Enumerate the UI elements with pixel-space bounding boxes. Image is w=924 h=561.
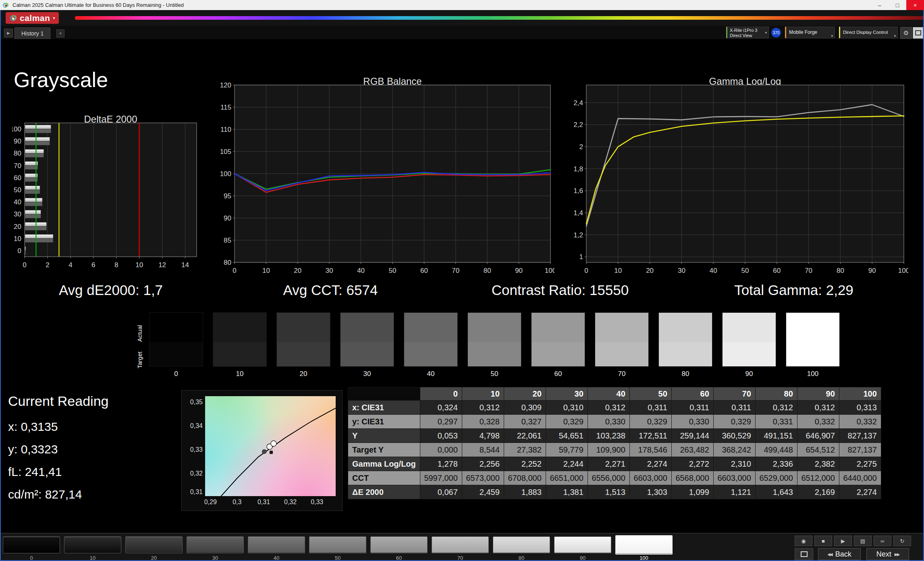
rewind-icon: ◀◀: [827, 552, 832, 557]
table-cell: 1,513: [588, 485, 629, 499]
back-button[interactable]: ◀◀ Back: [818, 548, 861, 560]
table-cell: 0,330: [671, 415, 713, 429]
pattern-button-40[interactable]: [248, 536, 305, 553]
gamma-chart: 11,21,41,61,822,22,401020304050607080901…: [568, 81, 908, 277]
titlebar: Calman 2025 Calman Ultimate for Business…: [0, 0, 924, 10]
tick-label: 40: [14, 198, 21, 206]
pattern-button-30[interactable]: [187, 536, 244, 553]
grayscale-swatch-70: [595, 312, 649, 367]
swatch-target: [723, 342, 776, 366]
table-cell: 2,274: [839, 485, 881, 499]
window-edge-left: [0, 10, 1, 561]
swatch-level-label: 90: [722, 370, 776, 378]
table-cell: 103,238: [588, 429, 629, 443]
actual-label: Actual: [136, 325, 143, 342]
pattern-button-20[interactable]: [125, 536, 183, 553]
tick-label: 30: [678, 267, 685, 274]
swatch-target: [786, 342, 839, 366]
deltae-bar-target: [25, 214, 41, 218]
grayscale-swatch-60: [531, 312, 585, 367]
source-selector[interactable]: Mobile Forge ▾: [785, 27, 835, 38]
pattern-window-button[interactable]: [795, 548, 813, 560]
deltae-bar-actual: [25, 198, 42, 202]
table-cell: 2,169: [797, 485, 839, 499]
tick-label: 100: [545, 267, 554, 274]
swatch-target: [213, 342, 266, 366]
swatch-actual: [404, 313, 457, 342]
window-title: Calman 2025 Calman Ultimate for Business…: [12, 2, 184, 8]
swatch-target: [532, 342, 585, 366]
pattern-button-70[interactable]: [432, 536, 489, 553]
meter-selector[interactable]: X-Rite i1Pro 3 Direct View ▾: [726, 27, 769, 38]
table-cell: 6603,000: [713, 471, 755, 485]
table-cell: 646,907: [797, 429, 839, 443]
reading-fl: fL: 241,41: [8, 465, 62, 479]
panel-toggle-button[interactable]: [913, 27, 923, 39]
tick-label: 20: [646, 267, 654, 274]
continuous-button[interactable]: ∞: [874, 536, 891, 546]
pattern-button-100[interactable]: [615, 535, 673, 555]
table-cell: 2,336: [755, 457, 797, 471]
tick-label: 0: [18, 247, 21, 255]
cie-x-tick: 0,31: [255, 499, 272, 506]
table-cell: 0,324: [420, 401, 462, 415]
minimize-button[interactable]: –: [871, 0, 889, 10]
pattern-button-60[interactable]: [370, 536, 428, 553]
calman-menu-button[interactable]: calman ▾: [6, 12, 59, 24]
table-col-header: 90: [797, 387, 839, 401]
app-icon: [3, 2, 9, 8]
next-button[interactable]: Next ▶▶: [866, 548, 909, 560]
fast-forward-icon: ▶▶: [895, 552, 899, 557]
maximize-button[interactable]: □: [889, 0, 906, 10]
tick-label: 10: [135, 261, 143, 269]
tick-label: 100: [12, 125, 21, 133]
display-control-selector[interactable]: Direct Display Control ▾: [839, 27, 898, 38]
swatch-level-label: 40: [404, 370, 458, 378]
chevron-down-icon: ▾: [894, 31, 896, 38]
tick-label: 60: [14, 174, 21, 182]
target-label: Target: [136, 351, 143, 368]
tab-history-1[interactable]: History 1: [15, 27, 50, 39]
meter-line2: Direct View: [730, 33, 763, 38]
tick-label: 105: [220, 148, 231, 156]
table-cell: 6529,000: [755, 471, 797, 485]
reset-button[interactable]: ↻: [893, 536, 911, 546]
reading-cdm2: cd/m²: 827,14: [8, 488, 82, 501]
tick-label: 100: [898, 267, 908, 274]
close-button[interactable]: ×: [906, 0, 924, 10]
table-cell: 2,271: [588, 457, 629, 471]
settings-gear-button[interactable]: ⚙: [900, 27, 912, 39]
pattern-button-10[interactable]: [64, 536, 121, 553]
reading-x: x: 0,3135: [8, 420, 58, 434]
tick-label: 8: [114, 261, 118, 269]
tick-label: 0: [233, 267, 236, 274]
tick-label: 1,8: [573, 165, 583, 173]
tick-label: 2,4: [573, 99, 583, 107]
snapshot-button[interactable]: ◉: [795, 536, 812, 546]
tick-label: 90: [868, 267, 876, 274]
swatch-target: [150, 342, 203, 366]
tick-label: 20: [294, 267, 301, 274]
reading-marker: [271, 441, 276, 447]
pattern-button-90[interactable]: [554, 536, 611, 553]
stop-button[interactable]: ■: [814, 536, 832, 546]
play-button[interactable]: ▶: [834, 536, 852, 546]
grayscale-swatch-100: [786, 312, 840, 367]
print-button[interactable]: ▤: [854, 536, 872, 546]
pattern-button-80[interactable]: [493, 536, 550, 553]
add-tab-button[interactable]: +: [56, 29, 64, 37]
tick-label: 100: [220, 170, 231, 178]
expand-history-button[interactable]: ▶: [4, 29, 13, 37]
pattern-button-50[interactable]: [309, 536, 366, 553]
source-label: Mobile Forge: [789, 29, 817, 35]
tick-label: 1: [579, 253, 583, 261]
tick-label: 50: [741, 267, 749, 274]
swatch-actual: [213, 313, 266, 342]
pattern-button-0[interactable]: [3, 536, 60, 553]
cie-x-tick: 0,29: [202, 499, 218, 506]
pattern-bar: ◀◀ Back Next ▶▶ 0102030405060708090100◉■…: [0, 533, 924, 561]
swatch-target: [659, 342, 712, 366]
tick-label: 70: [452, 267, 459, 274]
deltae-bar-actual: [25, 149, 44, 153]
table-row-label: y: CIE31: [348, 415, 420, 429]
